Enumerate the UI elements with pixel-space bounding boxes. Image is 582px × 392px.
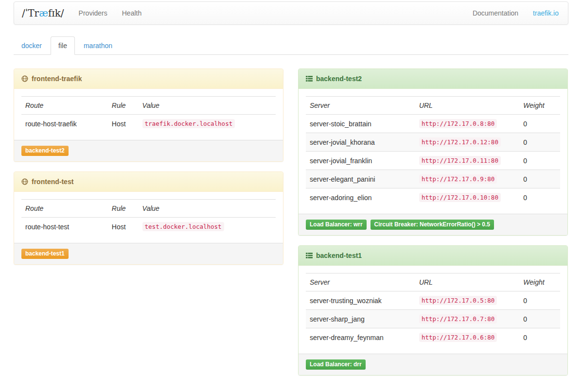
server-name: server-adoring_elion	[306, 188, 415, 207]
frontend-traefik-body: Route Rule Value route-host-traefik Host…	[14, 89, 283, 140]
server-weight: 0	[519, 115, 560, 133]
load-balancer-badge: Load Balancer: drr	[306, 359, 366, 370]
col-route: Route	[21, 97, 108, 115]
table-row: server-adoring_elion http://172.17.0.10:…	[306, 188, 560, 207]
server-name: server-jovial_franklin	[306, 152, 415, 170]
frontend-test-panel: frontend-test Route Rule Value	[14, 171, 283, 265]
backend-test2-footer: Load Balancer: wrr Circuit Breaker: Netw…	[299, 214, 567, 235]
frontend-traefik-footer: backend-test2	[14, 140, 283, 161]
backend-servers-table: Server URL Weight server-trusting_woznia…	[306, 273, 560, 346]
server-weight: 0	[519, 328, 560, 347]
server-url: http://172.17.0.5:80	[419, 296, 497, 305]
table-header-row: Route Rule Value	[21, 200, 276, 218]
col-weight: Weight	[519, 273, 560, 291]
table-row: server-sharp_jang http://172.17.0.7:80 0	[306, 310, 560, 328]
backend-test1-panel: backend-test1 Server URL Weight	[298, 245, 568, 375]
server-url: http://172.17.0.11:80	[419, 156, 501, 165]
page-container: /ˈTræfɪk/ Providers Health Documentation…	[14, 1, 568, 385]
tab-docker[interactable]: docker	[14, 36, 50, 55]
panel-title: frontend-traefik	[32, 74, 82, 84]
table-row: server-trusting_wozniak http://172.17.0.…	[306, 291, 560, 310]
frontend-routes-table: Route Rule Value route-host-test Host te…	[21, 199, 276, 236]
servers-icon	[306, 252, 313, 259]
panel-title: backend-test2	[316, 74, 362, 84]
frontends-column: frontend-traefik Route Rule Value	[14, 68, 283, 274]
table-row: server-jovial_khorana http://172.17.0.12…	[306, 133, 560, 152]
server-url: http://172.17.0.9:80	[419, 174, 497, 184]
col-route: Route	[21, 200, 108, 218]
server-name: server-sharp_jang	[306, 310, 415, 328]
col-server: Server	[306, 273, 415, 291]
table-header-row: Route Rule Value	[21, 97, 276, 115]
backend-test2-body: Server URL Weight server-stoic_brattain …	[299, 89, 567, 214]
server-weight: 0	[519, 170, 560, 188]
backend-badge: backend-test1	[21, 249, 69, 259]
route-rule: Host	[108, 115, 139, 133]
route-name: route-host-traefik	[21, 115, 108, 133]
load-balancer-badge: Load Balancer: wrr	[306, 220, 367, 230]
route-value: test.docker.localhost	[142, 222, 224, 231]
table-row: route-host-traefik Host traefik.docker.l…	[21, 115, 276, 133]
frontend-test-heading: frontend-test	[14, 172, 283, 192]
traefik-logo[interactable]: /ˈTræfɪk/	[16, 7, 71, 19]
server-name: server-trusting_wozniak	[306, 291, 415, 310]
server-url: http://172.17.0.6:80	[419, 333, 497, 342]
table-header-row: Server URL Weight	[306, 97, 560, 115]
backends-column: backend-test2 Server URL Weight	[298, 68, 568, 385]
frontend-traefik-heading: frontend-traefik	[14, 69, 283, 89]
frontend-test-footer: backend-test1	[14, 243, 283, 264]
col-server: Server	[306, 97, 415, 115]
nav-providers-link[interactable]: Providers	[71, 2, 115, 24]
brand-pre: /ˈTr	[22, 7, 39, 19]
server-url: http://172.17.0.8:80	[419, 119, 497, 128]
backend-test1-body: Server URL Weight server-trusting_woznia…	[299, 266, 567, 354]
server-weight: 0	[519, 152, 560, 170]
provider-tabs: docker file marathon	[14, 36, 568, 55]
table-row: server-jovial_franklin http://172.17.0.1…	[306, 152, 560, 170]
server-url: http://172.17.0.12:80	[419, 137, 501, 147]
server-name: server-dreamy_feynman	[306, 328, 415, 347]
content-row: frontend-traefik Route Rule Value	[14, 68, 568, 385]
brand-highlight: æ	[39, 7, 48, 19]
server-weight: 0	[519, 133, 560, 152]
table-row: server-elegant_panini http://172.17.0.9:…	[306, 170, 560, 188]
panel-title: frontend-test	[32, 177, 73, 187]
server-weight: 0	[519, 188, 560, 207]
route-value: traefik.docker.localhost	[142, 119, 235, 128]
circuit-breaker-badge: Circuit Breaker: NetworkErrorRatio() > 0…	[370, 220, 494, 230]
backend-test2-panel: backend-test2 Server URL Weight	[298, 68, 568, 236]
route-name: route-host-test	[21, 218, 108, 236]
server-name: server-elegant_panini	[306, 170, 415, 188]
server-url: http://172.17.0.10:80	[419, 193, 501, 202]
col-url: URL	[415, 273, 519, 291]
server-name: server-jovial_khorana	[306, 133, 415, 152]
backend-test2-heading: backend-test2	[299, 69, 567, 89]
navbar: /ˈTræfɪk/ Providers Health Documentation…	[14, 1, 568, 25]
server-weight: 0	[519, 310, 560, 328]
route-rule: Host	[108, 218, 139, 236]
table-header-row: Server URL Weight	[306, 273, 560, 291]
globe-icon	[21, 75, 28, 82]
tab-file[interactable]: file	[51, 36, 75, 55]
tab-marathon[interactable]: marathon	[76, 36, 120, 55]
frontend-routes-table: Route Rule Value route-host-traefik Host…	[21, 96, 276, 133]
nav-health-link[interactable]: Health	[115, 2, 149, 24]
backend-test1-footer: Load Balancer: drr	[299, 354, 567, 375]
navbar-right: Documentation traefik.io	[465, 2, 566, 24]
servers-icon	[306, 75, 313, 82]
nav-traefik-io-link[interactable]: traefik.io	[526, 2, 566, 24]
panel-title: backend-test1	[316, 251, 362, 260]
frontend-test-body: Route Rule Value route-host-test Host te…	[14, 192, 283, 243]
navbar-left: /ˈTræfɪk/ Providers Health	[16, 2, 149, 24]
table-row: server-dreamy_feynman http://172.17.0.6:…	[306, 328, 560, 347]
server-url: http://172.17.0.7:80	[419, 314, 497, 324]
backend-servers-table: Server URL Weight server-stoic_brattain …	[306, 96, 560, 206]
brand-post: fɪk/	[48, 7, 64, 19]
col-rule: Rule	[108, 97, 139, 115]
nav-documentation-link[interactable]: Documentation	[465, 2, 526, 24]
globe-icon	[21, 178, 28, 185]
col-rule: Rule	[108, 200, 139, 218]
frontend-traefik-panel: frontend-traefik Route Rule Value	[14, 68, 283, 162]
col-value: Value	[139, 200, 276, 218]
server-weight: 0	[519, 291, 560, 310]
